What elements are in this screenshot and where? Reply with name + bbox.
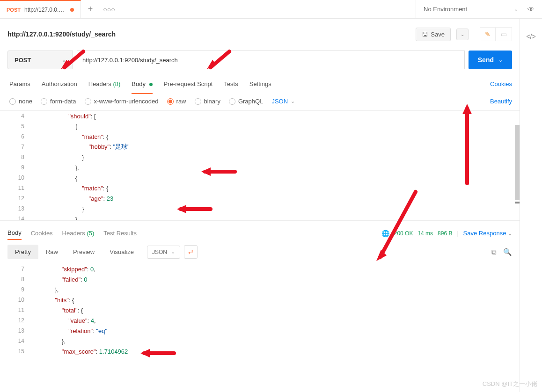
resp-tab-testresults[interactable]: Test Results xyxy=(103,227,137,240)
radio-graphql[interactable]: GraphQL xyxy=(229,98,263,105)
view-raw[interactable]: Raw xyxy=(38,245,66,259)
copy-icon[interactable]: ⧉ xyxy=(491,248,497,256)
comment-icon[interactable]: ▭ xyxy=(496,27,512,41)
status-time: 14 ms xyxy=(417,230,433,237)
resp-tab-cookies[interactable]: Cookies xyxy=(31,227,53,240)
radio-raw[interactable]: raw xyxy=(167,98,186,105)
tab-title: http://127.0.0.1:9... xyxy=(24,7,66,13)
chevron-down-icon: ⌄ xyxy=(62,57,66,63)
chevron-down-icon: ⌄ xyxy=(291,98,295,104)
add-tab-button[interactable]: + xyxy=(81,0,100,18)
unsaved-dot-icon xyxy=(70,8,74,12)
active-dot-icon xyxy=(149,83,153,86)
radio-none[interactable]: none xyxy=(9,98,32,105)
radio-binary[interactable]: binary xyxy=(195,98,220,105)
request-body-editor[interactable]: 4 "should": [5 {6 "match": {7 "hobby": "… xyxy=(0,111,520,220)
response-format-select[interactable]: JSON ⌄ xyxy=(147,246,180,259)
resp-tab-headers[interactable]: Headers (5) xyxy=(62,227,95,240)
body-format-select[interactable]: JSON ⌄ xyxy=(271,98,295,105)
method-select[interactable]: POST ⌄ xyxy=(7,51,73,69)
eye-icon[interactable]: 👁 xyxy=(527,5,535,13)
view-preview[interactable]: Preview xyxy=(66,245,102,259)
radio-formdata[interactable]: form-data xyxy=(41,98,76,105)
tab-params[interactable]: Params xyxy=(9,79,30,89)
beautify-link[interactable]: Beautify xyxy=(490,98,512,105)
environment-select[interactable]: No Environment xyxy=(424,6,508,13)
wrap-lines-button[interactable]: ⇄ xyxy=(184,245,198,259)
cookies-link[interactable]: Cookies xyxy=(490,80,512,87)
resp-tab-body[interactable]: Body xyxy=(7,226,22,240)
tab-settings[interactable]: Settings xyxy=(249,79,271,89)
save-response-link[interactable]: Save Response ⌄ xyxy=(463,230,512,237)
response-body-viewer[interactable]: 7 "skipped": 0,8 "failed": 09 },10 "hits… xyxy=(0,264,520,356)
url-input[interactable] xyxy=(77,51,465,69)
save-icon: 🖫 xyxy=(422,31,428,38)
status-size: 896 B xyxy=(438,230,452,237)
tab-prerequest[interactable]: Pre-request Script xyxy=(164,79,213,89)
search-icon[interactable]: 🔍 xyxy=(503,248,512,256)
tab-body[interactable]: Body xyxy=(132,79,152,89)
code-icon[interactable]: </> xyxy=(520,33,542,40)
status-code: 200 OK xyxy=(394,230,413,237)
tab-authorization[interactable]: Authorization xyxy=(42,79,77,89)
view-visualize[interactable]: Visualize xyxy=(102,245,141,259)
watermark: CSDN @IT之一小佬 xyxy=(483,380,537,388)
save-dropdown[interactable]: ⌄ xyxy=(456,29,469,40)
radio-urlencoded[interactable]: x-www-form-urlencoded xyxy=(85,98,159,105)
chevron-down-icon: ⌄ xyxy=(514,6,518,12)
tab-method: POST xyxy=(7,7,21,13)
tab-headers[interactable]: Headers (8) xyxy=(88,79,121,89)
more-tabs-button[interactable]: ○○○ xyxy=(100,0,118,18)
chevron-down-icon: ⌄ xyxy=(498,57,503,63)
tab-tests[interactable]: Tests xyxy=(224,79,238,89)
globe-icon[interactable]: 🌐 xyxy=(381,230,389,237)
scrollbar[interactable] xyxy=(515,125,520,200)
save-button[interactable]: 🖫 Save xyxy=(416,28,451,41)
request-tab[interactable]: POST http://127.0.0.1:9... xyxy=(0,0,81,18)
request-url-display: http://127.0.0.1:9200/study/_search xyxy=(7,30,410,38)
view-pretty[interactable]: Pretty xyxy=(7,245,38,259)
right-rail: </> xyxy=(520,19,542,392)
chevron-down-icon: ⌄ xyxy=(171,249,175,255)
send-button[interactable]: Send ⌄ xyxy=(469,51,512,69)
edit-icon[interactable]: ✎ xyxy=(480,27,496,41)
